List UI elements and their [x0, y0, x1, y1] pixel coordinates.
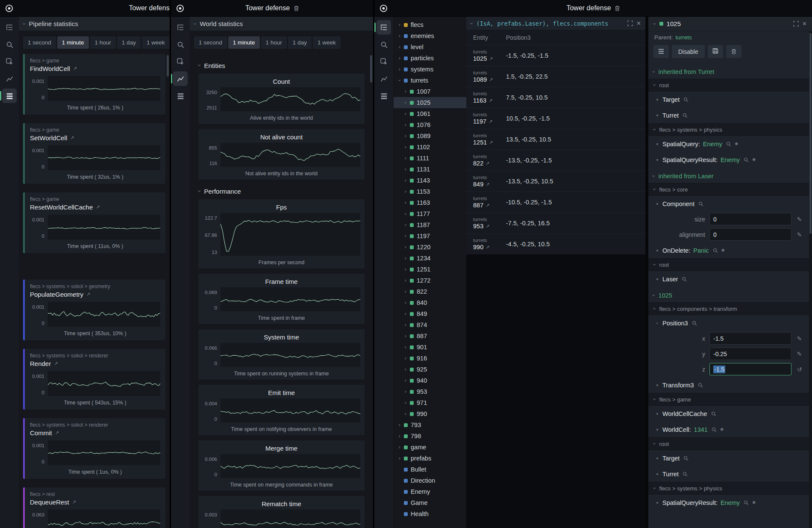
- chevron-right-icon[interactable]: ›: [403, 189, 408, 194]
- query-result-row[interactable]: turrets887↗-10.5, -0.25, -1.5: [466, 192, 645, 212]
- entity-id[interactable]: 849: [473, 181, 483, 188]
- stat-name[interactable]: Render: [30, 360, 51, 367]
- tree-view-icon[interactable]: [377, 20, 391, 35]
- stats-view-icon[interactable]: [173, 88, 188, 103]
- chevron-down-icon[interactable]: ›: [652, 84, 658, 86]
- inspector-group-header[interactable]: ›flecs > game: [648, 393, 809, 406]
- world-panel-header[interactable]: › World statistics: [190, 17, 373, 31]
- chevron-right-icon[interactable]: ›: [403, 133, 408, 139]
- tree-item-particles[interactable]: ›particles: [394, 53, 466, 64]
- field-input-x[interactable]: -1.5: [709, 332, 791, 345]
- tree-item-enemies[interactable]: ›enemies: [394, 30, 466, 41]
- chevron-right-icon[interactable]: ›: [403, 322, 408, 327]
- chevron-right-icon[interactable]: ›: [403, 333, 408, 339]
- query-result-row[interactable]: turrets1025↗-1.5, -0.25, -1.5: [466, 45, 645, 66]
- chevron-down-icon[interactable]: ›: [21, 23, 27, 25]
- trash-icon[interactable]: [294, 6, 299, 11]
- tree-item-798[interactable]: ›798: [394, 431, 466, 442]
- chevron-down-icon[interactable]: ›: [651, 175, 657, 177]
- magnifier-icon[interactable]: [683, 97, 688, 102]
- time-range-1-day[interactable]: 1 day: [117, 36, 141, 49]
- tree-item-822[interactable]: ›822: [394, 286, 466, 297]
- tree-item-1251[interactable]: ›1251: [394, 264, 466, 275]
- chevron-right-icon[interactable]: ›: [403, 378, 408, 383]
- tree-item-901[interactable]: ›901: [394, 342, 466, 353]
- chevron-right-icon[interactable]: ›: [403, 356, 408, 361]
- magnifier-icon[interactable]: [698, 383, 703, 388]
- magnifier-icon[interactable]: [682, 277, 687, 282]
- stat-name[interactable]: SetWorldCell: [30, 134, 67, 142]
- query-result-row[interactable]: turrets822↗-13.5, -0.25, -1.5: [466, 150, 645, 171]
- time-range-1-minute[interactable]: 1 minute: [228, 36, 260, 49]
- trash-icon[interactable]: [615, 6, 620, 11]
- pipeline-panel-header[interactable]: › Pipeline statistics: [19, 17, 170, 31]
- chevron-right-icon[interactable]: ›: [397, 44, 402, 50]
- chevron-right-icon[interactable]: ›: [397, 22, 402, 27]
- pencil-icon[interactable]: ✎: [796, 216, 803, 223]
- magnifier-icon[interactable]: [698, 201, 703, 206]
- component-row[interactable]: •Transform3: [648, 377, 809, 393]
- chevron-right-icon[interactable]: ›: [403, 222, 408, 227]
- tree-item-turrets[interactable]: ›turrets: [394, 75, 466, 86]
- tree-item-793[interactable]: ›793: [394, 419, 466, 431]
- tree-item-1007[interactable]: ›1007: [394, 86, 466, 97]
- entity-id[interactable]: 1089: [473, 76, 487, 83]
- tree-item-1131[interactable]: ›1131: [394, 164, 466, 175]
- expand-icon[interactable]: [793, 21, 799, 27]
- chevron-down-icon[interactable]: ›: [651, 294, 657, 297]
- tree-item-990[interactable]: ›990: [394, 408, 466, 419]
- tree-item-940[interactable]: ›940: [394, 375, 466, 386]
- chevron-down-icon[interactable]: ›: [652, 442, 658, 445]
- component-row[interactable]: •WorldCellCache: [648, 406, 809, 422]
- scrollbar-track[interactable]: [809, 31, 812, 528]
- chevron-down-icon[interactable]: ›: [652, 487, 658, 490]
- disable-button[interactable]: Disable: [672, 45, 705, 58]
- section-header-performance[interactable]: ›Performance: [198, 186, 365, 196]
- component-row[interactable]: •WorldCell:1341✱: [648, 422, 809, 437]
- stat-name[interactable]: PopulateGeometry: [30, 291, 83, 298]
- entity-id[interactable]: 1251: [473, 139, 487, 146]
- inspector-section-header[interactable]: ›1025: [648, 289, 809, 302]
- delete-button[interactable]: [726, 45, 741, 58]
- inspector-group-header[interactable]: ›root: [648, 437, 809, 450]
- undo-icon[interactable]: ↺: [796, 366, 803, 373]
- chevron-right-icon[interactable]: ›: [403, 411, 408, 416]
- tree-item-Health[interactable]: Health: [394, 508, 466, 519]
- chevron-down-icon[interactable]: ›: [652, 398, 658, 401]
- tree-item-953[interactable]: ›953: [394, 386, 466, 397]
- inspector-section-header[interactable]: ›inherited from Laser: [648, 169, 809, 183]
- query-result-row[interactable]: turrets1163↗7.5, -0.25, 10.5: [466, 87, 645, 108]
- section-header-entities[interactable]: ›Entities: [198, 61, 365, 70]
- time-range-1-hour[interactable]: 1 hour: [90, 36, 116, 49]
- chevron-right-icon[interactable]: ›: [403, 233, 408, 239]
- chart-view-icon[interactable]: [377, 71, 391, 86]
- magnifier-icon[interactable]: [683, 472, 688, 477]
- chevron-right-icon[interactable]: ›: [403, 200, 408, 205]
- query-expression[interactable]: (IsA, prefabs.Laser), flecs.components: [477, 20, 609, 27]
- component-row[interactable]: •Turret: [648, 107, 809, 123]
- inspect-icon[interactable]: [2, 54, 17, 69]
- tree-item-925[interactable]: ›925: [394, 364, 466, 375]
- chevron-down-icon[interactable]: ›: [652, 188, 658, 191]
- chevron-right-icon[interactable]: ›: [397, 434, 402, 439]
- tree-item-level[interactable]: ›level: [394, 41, 466, 53]
- entity-id[interactable]: 822: [473, 160, 483, 167]
- component-row[interactable]: ›Position3: [648, 315, 809, 331]
- stat-name[interactable]: ResetWorldCellCache: [30, 204, 93, 211]
- tree-item-1111[interactable]: ›1111: [394, 153, 466, 164]
- chevron-right-icon[interactable]: ›: [403, 367, 408, 372]
- query-result-row[interactable]: turrets1197↗10.5, -0.25, -1.5: [466, 108, 645, 129]
- inspector-group-header[interactable]: ›flecs > systems > physics: [648, 123, 809, 136]
- pencil-icon[interactable]: ✎: [796, 351, 803, 357]
- chevron-right-icon[interactable]: ›: [397, 445, 402, 450]
- chevron-right-icon[interactable]: ›: [397, 56, 402, 61]
- chevron-right-icon[interactable]: ›: [403, 289, 408, 294]
- tree-view-icon[interactable]: [173, 20, 188, 35]
- tree-item-849[interactable]: ›849: [394, 308, 466, 319]
- stat-name[interactable]: DequeueRest: [30, 499, 69, 506]
- expand-icon[interactable]: [627, 21, 633, 26]
- chevron-right-icon[interactable]: ›: [403, 156, 408, 161]
- tree-item-1143[interactable]: ›1143: [394, 175, 466, 186]
- chevron-right-icon[interactable]: ›: [403, 111, 408, 116]
- tree-item-1234[interactable]: ›1234: [394, 253, 466, 264]
